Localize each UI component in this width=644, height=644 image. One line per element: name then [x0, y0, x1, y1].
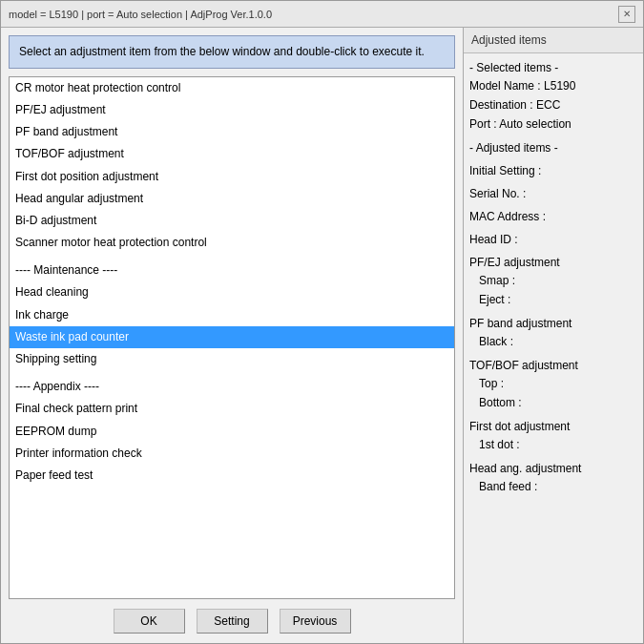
title-bar: model = L5190 | port = Auto selection | … — [1, 1, 643, 28]
right-section-header: First dot adjustment — [469, 420, 637, 433]
right-divider — [469, 202, 637, 206]
right-item: 1st dot : — [469, 435, 637, 454]
list-item[interactable]: ---- Appendix ---- — [10, 376, 454, 398]
right-divider — [469, 351, 637, 355]
right-scroll[interactable]: - Selected items -Model Name : L5190Dest… — [464, 53, 643, 643]
right-divider — [469, 179, 637, 183]
close-button[interactable]: ✕ — [618, 6, 635, 23]
list-item[interactable]: Shipping setting — [10, 348, 454, 370]
right-item: Top : — [469, 374, 637, 393]
right-item: Port : Auto selection — [469, 114, 637, 134]
previous-button[interactable]: Previous — [280, 609, 351, 634]
right-panel-title: Adjusted items — [464, 28, 643, 53]
right-item: Black : — [469, 332, 637, 351]
list-item[interactable]: Head cleaning — [10, 281, 454, 303]
right-item: Band feed : — [469, 477, 637, 496]
right-section-header: Head ang. adjustment — [469, 462, 637, 475]
list-item[interactable]: TOF/BOF adjustment — [10, 143, 454, 165]
list-item[interactable]: Waste ink pad counter — [10, 326, 454, 348]
right-divider — [469, 496, 637, 500]
list-item[interactable]: PF/EJ adjustment — [10, 99, 454, 121]
right-section-header: - Adjusted items - — [469, 141, 637, 155]
right-item: Model Name : L5190 — [469, 76, 637, 95]
list-item[interactable]: Ink charge — [10, 304, 454, 326]
right-item: Eject : — [469, 290, 637, 309]
title-text: model = L5190 | port = Auto selection | … — [9, 9, 272, 20]
setting-button[interactable]: Setting — [197, 609, 268, 634]
list-item[interactable]: ---- Maintenance ---- — [10, 260, 454, 281]
ok-button[interactable]: OK — [114, 609, 185, 634]
right-divider — [469, 309, 637, 313]
right-divider — [469, 134, 637, 137]
right-divider — [469, 412, 637, 416]
right-section-header: PF band adjustment — [469, 317, 637, 330]
list-item[interactable]: PF band adjustment — [10, 121, 454, 143]
main-window: model = L5190 | port = Auto selection | … — [0, 0, 644, 644]
list-item[interactable]: First dot position adjustment — [10, 166, 454, 188]
list-scroll[interactable]: CR motor heat protection controlPF/EJ ad… — [10, 77, 454, 598]
list-item[interactable]: Paper feed test — [10, 465, 454, 487]
list-item[interactable]: Printer information check — [10, 443, 454, 465]
right-section-header: MAC Address : — [469, 210, 637, 223]
right-section-header: Serial No. : — [469, 187, 637, 200]
left-panel: Select an adjustment item from the below… — [1, 28, 464, 643]
button-row: OK Setting Previous — [1, 599, 463, 643]
right-divider — [469, 225, 637, 229]
right-section-header: TOF/BOF adjustment — [469, 359, 637, 372]
right-item: Destination : ECC — [469, 95, 637, 114]
right-section-header: Head ID : — [469, 233, 637, 246]
right-divider — [469, 156, 637, 160]
list-item[interactable]: Bi-D adjustment — [10, 210, 454, 232]
list-item[interactable]: CR motor heat protection control — [10, 77, 454, 99]
list-item[interactable]: Final check pattern print — [10, 398, 454, 420]
right-section-header: - Selected items - — [469, 61, 637, 74]
instruction-box: Select an adjustment item from the below… — [9, 35, 455, 69]
right-panel: Adjusted items - Selected items -Model N… — [464, 28, 643, 643]
instruction-text: Select an adjustment item from the below… — [19, 45, 425, 58]
list-item[interactable]: Scanner motor heat protection control — [10, 232, 454, 254]
list-item[interactable]: Head angular adjustment — [10, 188, 454, 210]
list-item[interactable]: EEPROM dump — [10, 421, 454, 443]
right-item: Bottom : — [469, 393, 637, 412]
right-section-header: PF/EJ adjustment — [469, 256, 637, 269]
right-divider — [469, 454, 637, 458]
list-container: CR motor heat protection controlPF/EJ ad… — [9, 76, 455, 599]
right-item: Smap : — [469, 271, 637, 290]
content-area: Select an adjustment item from the below… — [1, 28, 643, 643]
right-section-header: Initial Setting : — [469, 164, 637, 177]
right-divider — [469, 248, 637, 252]
